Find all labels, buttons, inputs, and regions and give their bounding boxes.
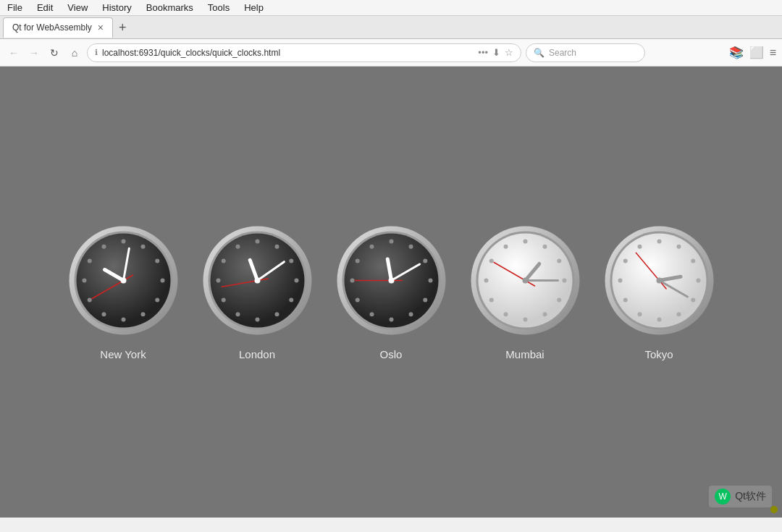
clocks-row: New YorkLondonOsloMumbaiTokyo [67, 224, 715, 360]
svg-point-22 [255, 239, 259, 243]
svg-point-37 [254, 277, 260, 283]
tab-bar: Qt for WebAssembly × + [0, 16, 782, 39]
svg-point-67 [503, 312, 508, 316]
clock-label: London [239, 348, 275, 360]
url-bar[interactable]: ℹ localhost:6931/quick_clocks/quick_cloc… [87, 43, 521, 62]
svg-point-82 [696, 278, 700, 282]
clock-new-york: New York [67, 224, 180, 360]
library-icon[interactable]: 📚 [729, 46, 744, 59]
svg-point-86 [637, 312, 642, 316]
search-box[interactable]: 🔍 Search [526, 43, 645, 62]
reload-button[interactable]: ↻ [46, 45, 62, 61]
svg-point-61 [542, 244, 547, 248]
svg-point-18 [120, 277, 126, 283]
svg-point-85 [657, 317, 661, 321]
svg-point-27 [274, 312, 279, 316]
svg-point-42 [408, 244, 413, 248]
webpage-content: New YorkLondonOsloMumbaiTokyo W Qt软件 [0, 67, 782, 518]
svg-point-10 [101, 312, 106, 316]
search-icon: 🔍 [534, 48, 545, 58]
svg-point-89 [623, 258, 627, 263]
clock-oslo: Oslo [335, 224, 447, 360]
menu-bar: File Edit View History Bookmarks Tools H… [0, 0, 782, 16]
watermark: W Qt软件 [709, 486, 772, 507]
svg-point-51 [355, 258, 359, 263]
wechat-icon: W [715, 489, 731, 504]
svg-point-5 [155, 258, 159, 263]
svg-point-63 [562, 278, 566, 282]
svg-point-71 [503, 244, 508, 248]
svg-point-48 [369, 312, 374, 316]
olive-dot [770, 506, 778, 513]
watermark-text: Qt软件 [735, 490, 766, 503]
svg-point-45 [423, 297, 427, 302]
svg-point-69 [484, 278, 488, 282]
svg-point-41 [389, 239, 393, 243]
svg-point-12 [82, 278, 86, 282]
svg-point-60 [523, 239, 527, 243]
menu-help[interactable]: Help [241, 1, 266, 14]
svg-point-6 [160, 278, 164, 282]
svg-point-46 [408, 312, 413, 316]
svg-point-4 [140, 244, 145, 248]
menu-view[interactable]: View [64, 1, 91, 14]
svg-point-44 [428, 278, 432, 282]
svg-point-32 [221, 258, 225, 263]
more-icon[interactable]: ••• [478, 47, 488, 58]
svg-point-64 [557, 297, 561, 302]
toolbar-right: 📚 ⬜ ≡ [729, 46, 776, 59]
bookmark-star-icon[interactable]: ☆ [505, 47, 513, 58]
menu-icon[interactable]: ≡ [770, 46, 776, 59]
svg-point-11 [87, 297, 91, 302]
svg-point-28 [255, 317, 259, 321]
svg-point-87 [623, 297, 627, 302]
svg-point-88 [618, 278, 622, 282]
svg-point-29 [235, 312, 240, 316]
svg-point-49 [355, 297, 359, 302]
svg-point-75 [522, 277, 528, 283]
svg-point-50 [350, 278, 354, 282]
menu-tools[interactable]: Tools [205, 1, 232, 14]
svg-point-24 [289, 258, 293, 263]
clock-label: Mumbai [505, 348, 544, 360]
clock-label: Tokyo [644, 348, 673, 360]
new-tab-button[interactable]: + [113, 21, 133, 34]
svg-point-62 [557, 258, 561, 263]
reader-view-icon[interactable]: ⬜ [749, 46, 764, 59]
svg-point-3 [121, 239, 125, 243]
svg-point-65 [542, 312, 547, 316]
svg-point-80 [676, 244, 681, 248]
menu-history[interactable]: History [99, 1, 134, 14]
clock-mumbai: Mumbai [469, 224, 581, 360]
svg-point-9 [121, 317, 125, 321]
svg-point-83 [691, 297, 695, 302]
tab-close-button[interactable]: × [98, 22, 104, 33]
clock-label: New York [100, 348, 146, 360]
svg-point-13 [87, 258, 91, 263]
pocket-icon[interactable]: ⬇ [492, 47, 500, 58]
svg-point-8 [140, 312, 145, 316]
clock-london: London [201, 224, 314, 360]
menu-edit[interactable]: Edit [34, 1, 56, 14]
tab-qt-webassembly[interactable]: Qt for WebAssembly × [3, 17, 113, 38]
svg-point-43 [423, 258, 427, 263]
svg-point-56 [388, 277, 394, 283]
svg-point-7 [155, 297, 159, 302]
menu-bookmarks[interactable]: Bookmarks [143, 1, 196, 14]
svg-point-66 [523, 317, 527, 321]
svg-point-52 [369, 244, 374, 248]
menu-file[interactable]: File [4, 1, 25, 14]
lock-icon: ℹ [95, 48, 98, 57]
tab-title: Qt for WebAssembly [12, 22, 92, 33]
svg-point-25 [294, 278, 298, 282]
clock-tokyo: Tokyo [603, 224, 715, 360]
svg-point-23 [274, 244, 279, 248]
forward-button[interactable]: → [26, 45, 42, 61]
svg-point-79 [657, 239, 661, 243]
home-button[interactable]: ⌂ [67, 45, 83, 61]
svg-point-90 [637, 244, 642, 248]
svg-point-84 [676, 312, 681, 316]
svg-point-26 [289, 297, 293, 302]
back-button[interactable]: ← [6, 45, 22, 61]
svg-point-81 [691, 258, 695, 263]
